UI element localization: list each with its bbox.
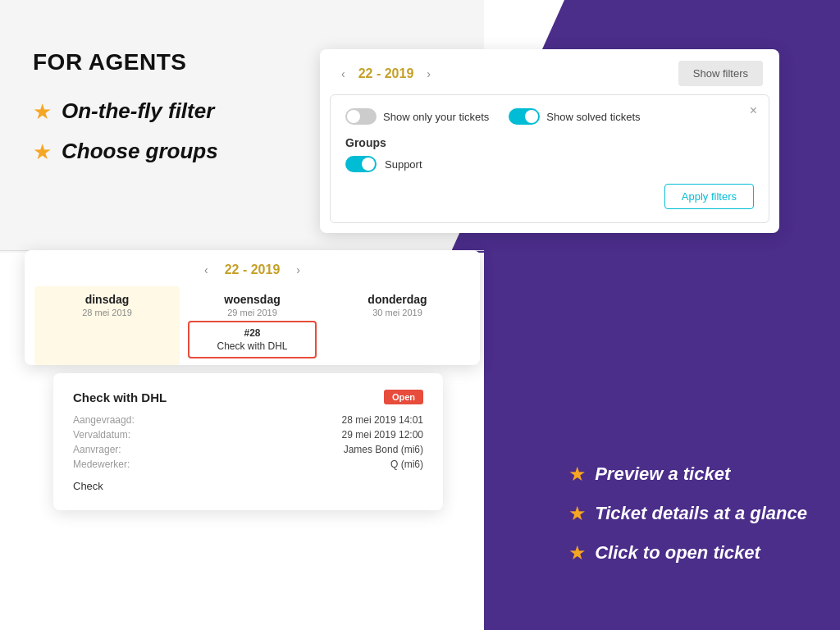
star-icon-open: ★	[568, 541, 587, 564]
apply-filters-row: Apply filters	[345, 184, 754, 209]
detail-label-0: Aangevraagd:	[73, 414, 135, 426]
right-feature-label-preview: Preview a ticket	[595, 463, 730, 485]
toggle-own-tickets: Show only your tickets	[345, 108, 489, 125]
preview-card[interactable]: Check with DHL Open Aangevraagd: 28 mei …	[53, 373, 443, 510]
day-date-2: 30 mei 2019	[330, 308, 465, 317]
apply-filters-button[interactable]: Apply filters	[664, 184, 754, 209]
next-week-button[interactable]: ›	[422, 66, 436, 82]
toggle-solved-tickets-switch[interactable]	[509, 108, 540, 125]
detail-label-2: Aanvrager:	[73, 444, 121, 455]
feature-item-groups: ★ Choose groups	[33, 139, 218, 164]
day-date-1: 29 mei 2019	[185, 308, 320, 317]
toggle-own-tickets-switch[interactable]	[345, 108, 377, 125]
detail-value-2: James Bond (mi6)	[344, 444, 423, 455]
right-features: ★ Preview a ticket ★ Ticket details at a…	[568, 463, 807, 564]
detail-row-0: Aangevraagd: 28 mei 2019 14:01	[73, 414, 423, 426]
filter-card: ‹ 22 - 2019 › Show filters × Show only y…	[320, 49, 779, 233]
preview-title-row: Check with DHL Open	[73, 390, 423, 404]
cal-prev-button[interactable]: ‹	[199, 262, 213, 278]
right-feature-label-details: Ticket details at a glance	[595, 503, 807, 524]
preview-description: Check	[73, 480, 423, 492]
calendar-card: ‹ 22 - 2019 › dinsdag 28 mei 2019 woensd…	[25, 250, 480, 365]
prev-week-button[interactable]: ‹	[336, 66, 350, 82]
toggle-own-tickets-label: Show only your tickets	[383, 111, 489, 123]
status-badge: Open	[384, 390, 423, 404]
cal-ticket-28[interactable]: #28 Check with DHL	[188, 321, 317, 358]
detail-row-3: Medewerker: Q (mi6)	[73, 459, 423, 470]
star-icon-filter: ★	[33, 101, 52, 122]
ticket-num: #28	[196, 327, 308, 339]
week-label: 22 - 2019	[358, 66, 414, 81]
filter-dropdown: × Show only your tickets Show solved tic…	[330, 94, 769, 223]
week-nav: ‹ 22 - 2019 ›	[336, 66, 436, 82]
cal-next-button[interactable]: ›	[291, 262, 305, 278]
groups-section: Groups Support	[345, 136, 754, 172]
detail-row-2: Aanvrager: James Bond (mi6)	[73, 444, 423, 455]
groups-label: Groups	[345, 136, 754, 149]
right-feature-preview: ★ Preview a ticket	[568, 463, 807, 486]
filter-close-button[interactable]: ×	[750, 103, 757, 118]
detail-label-1: Vervaldatum:	[73, 429, 130, 441]
cal-day-0: dinsdag 28 mei 2019	[34, 286, 180, 365]
detail-value-3: Q (mi6)	[390, 459, 423, 470]
detail-value-0: 28 mei 2019 14:01	[342, 414, 423, 426]
cal-header: ‹ 22 - 2019 ›	[25, 250, 480, 286]
toggle-solved-tickets-label: Show solved tickets	[546, 111, 640, 123]
day-name-0: dinsdag	[39, 293, 175, 306]
cal-week-label: 22 - 2019	[225, 262, 281, 277]
day-date-0: 28 mei 2019	[39, 308, 175, 317]
star-icon-details: ★	[568, 502, 587, 525]
detail-label-3: Medewerker:	[73, 459, 130, 470]
feature-item-filter: ★ On-the-fly filter	[33, 98, 218, 124]
for-agents-title: FOR AGENTS	[33, 49, 218, 75]
toggle-solved-tickets: Show solved tickets	[509, 108, 640, 125]
star-icon-groups: ★	[33, 141, 52, 162]
group-toggle-row-support: Support	[345, 156, 754, 172]
feature-label-filter: On-the-fly filter	[62, 98, 214, 124]
right-feature-label-open: Click to open ticket	[595, 542, 760, 564]
left-top-section: FOR AGENTS ★ On-the-fly filter ★ Choose …	[33, 49, 218, 179]
preview-ticket-title: Check with DHL	[73, 390, 167, 404]
cal-day-2: donderdag 30 mei 2019	[325, 286, 470, 365]
show-filters-button[interactable]: Show filters	[678, 61, 763, 86]
detail-row-1: Vervaldatum: 29 mei 2019 12:00	[73, 429, 423, 441]
filter-card-header: ‹ 22 - 2019 › Show filters	[320, 49, 779, 94]
cal-days: dinsdag 28 mei 2019 woensdag 29 mei 2019…	[25, 286, 480, 365]
ticket-title: Check with DHL	[196, 340, 308, 352]
right-feature-details: ★ Ticket details at a glance	[568, 502, 807, 525]
star-icon-preview: ★	[568, 463, 587, 486]
filter-toggles-row: Show only your tickets Show solved ticke…	[345, 108, 754, 125]
cal-day-1: woensdag 29 mei 2019 #28 Check with DHL	[180, 286, 325, 365]
day-name-1: woensdag	[185, 293, 320, 306]
feature-label-groups: Choose groups	[62, 139, 218, 164]
detail-value-1: 29 mei 2019 12:00	[342, 429, 423, 441]
right-feature-open: ★ Click to open ticket	[568, 541, 807, 564]
group-support-toggle[interactable]	[345, 156, 377, 172]
day-name-2: donderdag	[330, 293, 465, 306]
group-support-name: Support	[385, 158, 422, 171]
